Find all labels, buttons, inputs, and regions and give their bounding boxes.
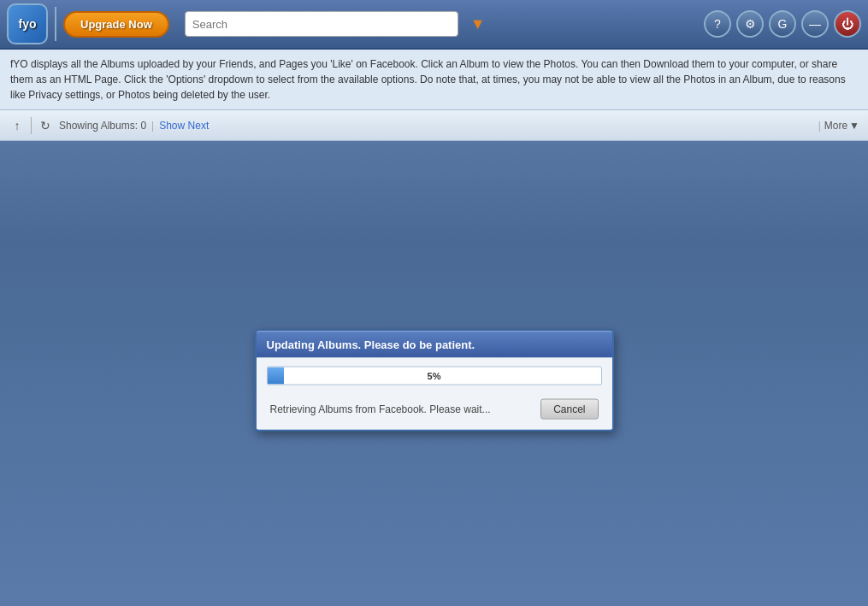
search-input[interactable] [185, 11, 458, 37]
progress-bar-fill [268, 367, 285, 384]
filter-icon[interactable]: ▼ [470, 15, 486, 33]
more-separator: | [818, 120, 821, 132]
back-icon[interactable]: ↑ [9, 117, 26, 134]
search-container [185, 11, 458, 37]
app-logo: fyo [7, 3, 48, 44]
show-next-link[interactable]: Show Next [159, 120, 209, 132]
toolbar: ↑ ↻ Showing Albums: 0 | Show Next | More… [0, 110, 868, 141]
header-right: ? ⚙ G — ⏻ [704, 10, 861, 38]
progress-dialog: Updating Albums. Please do be patient. 5… [255, 329, 614, 431]
google-button[interactable]: G [769, 10, 796, 38]
showing-albums-text: Showing Albums: 0 [59, 120, 146, 132]
retrieving-text: Retrieving Albums from Facebook. Please … [270, 403, 491, 415]
cancel-button[interactable]: Cancel [540, 398, 598, 419]
dialog-body: 5% Retrieving Albums from Facebook. Plea… [257, 357, 612, 429]
more-chevron-icon: ▼ [849, 120, 859, 132]
show-next-separator: | [151, 120, 154, 132]
more-button[interactable]: More ▼ [824, 120, 859, 132]
help-button[interactable]: ? [704, 10, 731, 38]
toolbar-right: | More ▼ [818, 120, 859, 132]
header-divider [55, 7, 56, 41]
refresh-icon[interactable]: ↻ [37, 117, 54, 134]
dialog-title: Updating Albums. Please do be patient. [257, 331, 612, 357]
upgrade-button[interactable]: Upgrade Now [63, 11, 169, 38]
info-text: fYO displays all the Albums uploaded by … [10, 58, 846, 101]
main-content: Updating Albums. Please do be patient. 5… [0, 141, 868, 606]
progress-text: 5% [428, 370, 441, 380]
power-button[interactable]: ⏻ [834, 10, 861, 38]
header: fyo Upgrade Now ▼ ? ⚙ G — ⏻ [0, 0, 868, 50]
toolbar-left: ↑ ↻ Showing Albums: 0 | Show Next [9, 117, 209, 134]
dialog-footer: Retrieving Albums from Facebook. Please … [267, 393, 602, 421]
progress-bar-container: 5% [267, 366, 602, 385]
more-label: More [824, 120, 847, 132]
user-button[interactable]: — [801, 10, 829, 38]
toolbar-divider [31, 117, 32, 134]
settings-button[interactable]: ⚙ [736, 10, 764, 38]
info-bar: fYO displays all the Albums uploaded by … [0, 50, 868, 110]
